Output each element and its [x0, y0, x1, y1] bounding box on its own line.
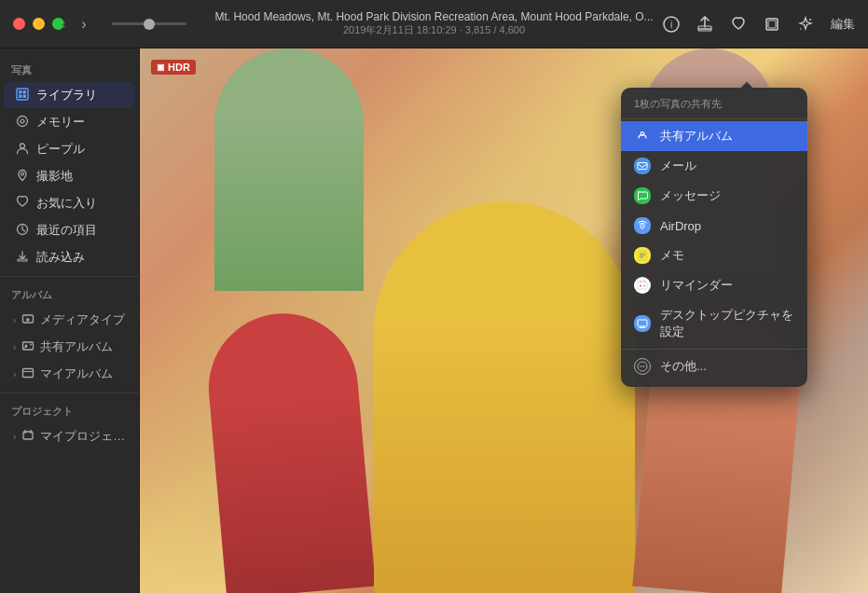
svg-rect-19: [23, 342, 34, 350]
svg-rect-25: [638, 163, 647, 170]
mail-icon: [634, 158, 651, 174]
chevron-icon: ›: [13, 315, 16, 325]
svg-rect-22: [23, 368, 34, 377]
mediatype-label: メディアタイプ: [40, 311, 125, 328]
reminder-label: リマインダー: [660, 277, 733, 294]
sidebar-item-memories[interactable]: メモリー: [4, 109, 135, 135]
shared-label: 共有アルバム: [40, 338, 113, 355]
edit-button[interactable]: 編集: [829, 14, 857, 34]
svg-rect-9: [23, 90, 27, 94]
memories-icon: [15, 115, 30, 131]
crop-button[interactable]: [762, 14, 782, 34]
share-reminder[interactable]: リマインダー: [621, 270, 807, 300]
popup-divider-bottom: [621, 349, 807, 350]
sidebar-item-myalbum[interactable]: › マイアルバム: [4, 361, 135, 387]
back-button[interactable]: ‹: [56, 14, 72, 34]
hdr-icon: ▣: [157, 62, 165, 72]
photo-title: Mt. Hood Meadows, Mt. Hood Park Division…: [214, 10, 653, 23]
forward-button[interactable]: ›: [76, 14, 91, 34]
mail-label: メール: [660, 158, 696, 174]
myalbum-label: マイアルバム: [40, 365, 113, 382]
sidebar-item-mediatype[interactable]: › メディアタイプ: [4, 307, 135, 333]
close-button[interactable]: [13, 18, 25, 30]
myalbum-icon: [21, 366, 35, 382]
window-controls: [0, 18, 64, 30]
share-message[interactable]: メッセージ: [621, 181, 807, 211]
minimize-button[interactable]: [33, 18, 45, 30]
people-label: ピープル: [36, 141, 85, 158]
airdrop-label: AirDrop: [660, 219, 701, 233]
myproject-icon: [21, 429, 35, 445]
svg-text:i: i: [670, 20, 672, 30]
figure-center: [374, 201, 635, 593]
svg-rect-7: [17, 89, 28, 100]
places-icon: [15, 169, 30, 185]
desktop-label: デスクトップピクチャを設定: [660, 307, 794, 340]
heart-button[interactable]: [728, 14, 749, 34]
myproject-label: マイプロジェクト: [40, 428, 126, 445]
share-desktop[interactable]: デスクトップピクチャを設定: [621, 300, 807, 347]
section-album-label: アルバム: [0, 283, 139, 306]
mediatype-icon: [21, 312, 35, 328]
section-photos-label: 写真: [0, 58, 139, 81]
svg-point-15: [21, 172, 24, 175]
zoom-slider: [112, 22, 186, 25]
popup-divider-top: [621, 118, 807, 119]
sidebar-divider-2: [0, 393, 139, 393]
title-center: Mt. Hood Meadows, Mt. Hood Park Division…: [214, 10, 653, 37]
favorites-label: お気に入り: [36, 195, 97, 212]
memories-label: メモリー: [36, 114, 85, 131]
svg-rect-34: [638, 320, 647, 326]
hdr-badge: ▣ HDR: [151, 60, 196, 75]
sidebar-item-library[interactable]: ライブラリ: [4, 82, 135, 108]
sidebar-item-myproject[interactable]: › マイプロジェクト: [4, 423, 135, 449]
memo-label: メモ: [660, 247, 684, 264]
svg-point-12: [18, 116, 28, 126]
main-content: 写真 ライブラリ メモリー: [0, 48, 868, 593]
svg-point-32: [640, 285, 641, 287]
chevron-icon: ›: [13, 432, 16, 442]
sidebar-item-recent[interactable]: 最近の項目: [4, 217, 135, 243]
toolbar-right: i 編集: [661, 14, 857, 34]
sidebar: 写真 ライブラリ メモリー: [0, 48, 140, 593]
import-label: 読み込み: [36, 249, 85, 266]
recent-label: 最近の項目: [36, 222, 97, 239]
svg-rect-11: [23, 94, 27, 98]
other-icon: [634, 358, 651, 375]
svg-rect-17: [18, 259, 27, 261]
popup-arrow: [740, 81, 753, 88]
svg-rect-31: [638, 282, 647, 289]
svg-point-26: [641, 225, 644, 228]
favorites-icon: [15, 196, 30, 212]
svg-point-24: [641, 132, 644, 136]
import-icon: [15, 250, 30, 266]
sidebar-item-import[interactable]: 読み込み: [4, 244, 135, 270]
figure-top-left: [214, 48, 364, 291]
svg-point-38: [643, 365, 645, 367]
sidebar-item-favorites[interactable]: お気に入り: [4, 190, 135, 216]
sidebar-item-people[interactable]: ピープル: [4, 136, 135, 162]
share-airdrop[interactable]: AirDrop: [621, 211, 807, 241]
magic-button[interactable]: [795, 14, 816, 34]
svg-point-37: [641, 365, 643, 367]
svg-point-6: [800, 28, 802, 30]
sidebar-item-shared[interactable]: › 共有アルバム: [4, 334, 135, 360]
sidebar-item-places[interactable]: 撮影地: [4, 163, 135, 189]
share-other[interactable]: その他...: [621, 352, 807, 381]
nav-arrows: ‹ ›: [56, 14, 92, 34]
library-icon: [15, 88, 30, 103]
photo-area: ▣ HDR 1枚の写真の共有先 共有アルバム: [140, 48, 868, 593]
svg-point-21: [30, 343, 32, 345]
library-label: ライブラリ: [36, 87, 97, 103]
share-button[interactable]: [695, 14, 715, 34]
svg-point-13: [21, 119, 24, 123]
share-mail[interactable]: メール: [621, 151, 807, 181]
share-memo[interactable]: メモ: [621, 241, 807, 270]
info-button[interactable]: i: [661, 14, 682, 34]
popup-title: 1枚の写真の共有先: [621, 93, 807, 117]
share-popup: 1枚の写真の共有先 共有アルバム メール: [621, 88, 807, 387]
svg-rect-8: [19, 90, 22, 94]
share-shared-album[interactable]: 共有アルバム: [621, 121, 807, 151]
svg-rect-4: [768, 21, 776, 28]
section-project-label: プロジェクト: [0, 399, 139, 422]
